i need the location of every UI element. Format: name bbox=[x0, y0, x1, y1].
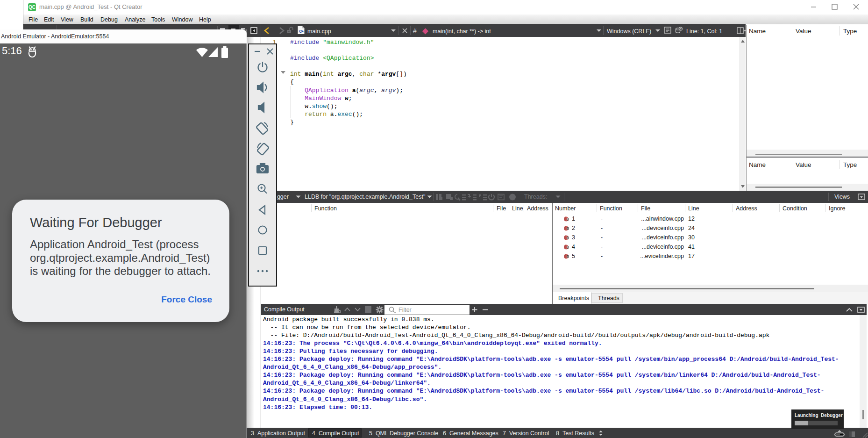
svg-text:+: + bbox=[301, 29, 304, 34]
